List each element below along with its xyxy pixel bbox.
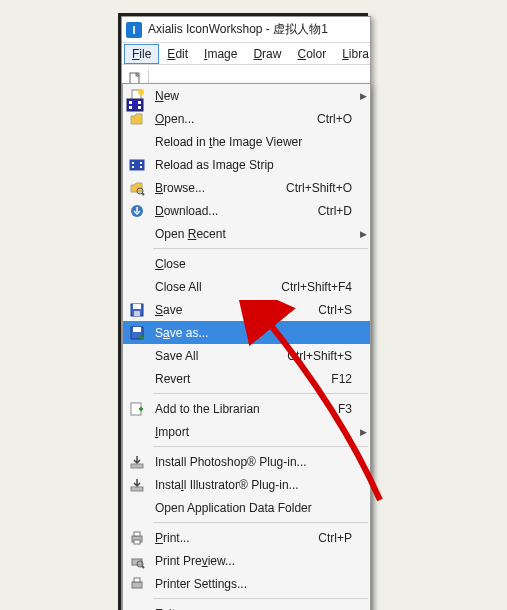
menu-separator bbox=[153, 393, 368, 394]
svg-rect-7 bbox=[140, 166, 142, 168]
menu-label: Import bbox=[151, 425, 352, 439]
menu-label: Exit bbox=[151, 607, 352, 611]
svg-rect-30 bbox=[138, 101, 141, 104]
menu-shortcut: Ctrl+D bbox=[318, 204, 356, 218]
submenu-arrow-icon: ▶ bbox=[356, 427, 370, 437]
left-toolbar bbox=[124, 94, 148, 116]
menu-label: New bbox=[151, 89, 352, 103]
file-menu-open-recent[interactable]: Open Recent▶ bbox=[123, 222, 370, 245]
menu-edit[interactable]: Edit bbox=[159, 44, 196, 64]
menu-label: Save as... bbox=[151, 326, 352, 340]
menu-label: Save bbox=[151, 303, 318, 317]
menu-label: Add to the Librarian bbox=[151, 402, 338, 416]
submenu-arrow-icon: ▶ bbox=[356, 91, 370, 101]
menu-color[interactable]: Color bbox=[289, 44, 334, 64]
menu-shortcut: Ctrl+P bbox=[318, 531, 356, 545]
svg-rect-29 bbox=[129, 106, 132, 109]
svg-rect-26 bbox=[134, 578, 140, 582]
library-icon bbox=[123, 401, 151, 417]
menu-draw[interactable]: Draw bbox=[245, 44, 289, 64]
submenu-arrow-icon: ▶ bbox=[356, 229, 370, 239]
menu-file[interactable]: File bbox=[124, 44, 159, 64]
menu-label: Open... bbox=[151, 112, 317, 126]
svg-line-9 bbox=[142, 193, 144, 195]
menu-label: Print Preview... bbox=[151, 554, 352, 568]
file-menu-print-preview[interactable]: Print Preview... bbox=[123, 549, 370, 572]
tool-filmstrip-icon[interactable] bbox=[124, 94, 146, 116]
menu-label: Reload in the Image Viewer bbox=[151, 135, 352, 149]
file-menu-dropdown: New▶Open...Ctrl+OReload in the Image Vie… bbox=[122, 83, 371, 610]
saveas-icon bbox=[123, 325, 151, 341]
menu-label: Close bbox=[151, 257, 352, 271]
menu-shortcut: F3 bbox=[338, 402, 356, 416]
menu-separator bbox=[153, 522, 368, 523]
svg-rect-21 bbox=[134, 540, 140, 544]
svg-rect-5 bbox=[132, 166, 134, 168]
file-menu-download[interactable]: Download...Ctrl+D bbox=[123, 199, 370, 222]
file-menu-open-application-data-folder[interactable]: Open Application Data Folder bbox=[123, 496, 370, 519]
file-menu-open[interactable]: Open...Ctrl+O bbox=[123, 107, 370, 130]
svg-rect-28 bbox=[129, 101, 132, 104]
download-icon bbox=[123, 203, 151, 219]
install-icon bbox=[123, 454, 151, 470]
svg-rect-18 bbox=[131, 487, 143, 491]
menu-label: Open Recent bbox=[151, 227, 352, 241]
file-menu-add-to-the-librarian[interactable]: Add to the LibrarianF3 bbox=[123, 397, 370, 420]
file-menu-install-photoshop-plug-in[interactable]: Install Photoshop® Plug-in... bbox=[123, 450, 370, 473]
svg-rect-17 bbox=[131, 464, 143, 468]
menu-bar: FileEditImageDrawColorLibra bbox=[122, 43, 370, 65]
menu-label: Download... bbox=[151, 204, 318, 218]
menu-shortcut: Ctrl+Shift+O bbox=[286, 181, 356, 195]
file-menu-close-all[interactable]: Close AllCtrl+Shift+F4 bbox=[123, 275, 370, 298]
menu-label: Install Illustrator® Plug-in... bbox=[151, 478, 352, 492]
preview-icon bbox=[123, 553, 151, 569]
strip-icon bbox=[123, 158, 151, 172]
file-menu-reload-as-image-strip[interactable]: Reload as Image Strip bbox=[123, 153, 370, 176]
file-menu-print[interactable]: Print...Ctrl+P bbox=[123, 526, 370, 549]
menu-label: Save All bbox=[151, 349, 287, 363]
printer-icon bbox=[123, 576, 151, 592]
file-menu-revert[interactable]: RevertF12 bbox=[123, 367, 370, 390]
svg-line-24 bbox=[142, 566, 144, 568]
title-bar: I Axialis IconWorkshop - 虚拟人物1 bbox=[122, 17, 370, 43]
file-menu-exit[interactable]: Exit bbox=[123, 602, 370, 610]
menu-shortcut: F12 bbox=[331, 372, 356, 386]
menu-shortcut: Ctrl+Shift+F4 bbox=[281, 280, 356, 294]
menu-shortcut: Ctrl+O bbox=[317, 112, 356, 126]
menu-label: Revert bbox=[151, 372, 331, 386]
menu-label: Open Application Data Folder bbox=[151, 501, 352, 515]
file-menu-save[interactable]: SaveCtrl+S bbox=[123, 298, 370, 321]
file-menu-save-as[interactable]: Save as... bbox=[123, 321, 370, 344]
menu-separator bbox=[153, 248, 368, 249]
svg-rect-12 bbox=[133, 304, 141, 309]
menu-label: Browse... bbox=[151, 181, 286, 195]
svg-rect-3 bbox=[130, 160, 144, 170]
file-menu-save-all[interactable]: Save AllCtrl+Shift+S bbox=[123, 344, 370, 367]
file-menu-reload-in-the-image-viewer[interactable]: Reload in the Image Viewer bbox=[123, 130, 370, 153]
menu-separator bbox=[153, 446, 368, 447]
file-menu-printer-settings[interactable]: Printer Settings... bbox=[123, 572, 370, 595]
save-icon bbox=[123, 302, 151, 318]
svg-rect-13 bbox=[134, 311, 140, 316]
menu-shortcut: Ctrl+S bbox=[318, 303, 356, 317]
file-menu-close[interactable]: Close bbox=[123, 252, 370, 275]
svg-rect-31 bbox=[138, 106, 141, 109]
file-menu-new[interactable]: New▶ bbox=[123, 84, 370, 107]
print-icon bbox=[123, 530, 151, 546]
menu-label: Print... bbox=[151, 531, 318, 545]
menu-image[interactable]: Image bbox=[196, 44, 245, 64]
menu-libra[interactable]: Libra bbox=[334, 44, 377, 64]
svg-rect-6 bbox=[140, 162, 142, 164]
browse-icon bbox=[123, 180, 151, 196]
menu-label: Install Photoshop® Plug-in... bbox=[151, 455, 352, 469]
file-menu-browse[interactable]: Browse...Ctrl+Shift+O bbox=[123, 176, 370, 199]
menu-label: Reload as Image Strip bbox=[151, 158, 352, 172]
window-title: Axialis IconWorkshop - 虚拟人物1 bbox=[148, 21, 328, 38]
file-menu-install-illustrator-plug-in[interactable]: Install Illustrator® Plug-in... bbox=[123, 473, 370, 496]
svg-rect-27 bbox=[127, 99, 143, 111]
svg-rect-4 bbox=[132, 162, 134, 164]
menu-separator bbox=[153, 598, 368, 599]
menu-label: Printer Settings... bbox=[151, 577, 352, 591]
install-icon bbox=[123, 477, 151, 493]
file-menu-import[interactable]: Import▶ bbox=[123, 420, 370, 443]
